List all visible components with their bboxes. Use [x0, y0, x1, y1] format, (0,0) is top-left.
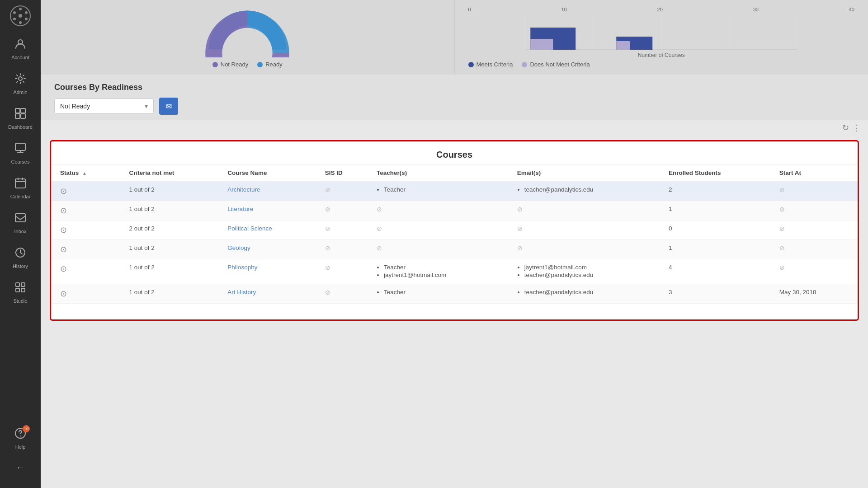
sidebar-item-admin[interactable]: Admin: [0, 66, 41, 101]
cell-teachers: ⊘: [370, 201, 511, 221]
col-criteria: Criteria not met: [123, 165, 221, 181]
ready-dot: [257, 62, 263, 67]
send-email-button[interactable]: ✉: [159, 98, 178, 115]
sidebar-collapse-button[interactable]: ←: [0, 456, 41, 479]
svg-point-6: [13, 18, 16, 20]
svg-rect-10: [15, 108, 20, 113]
svg-point-23: [20, 436, 21, 436]
course-link[interactable]: Literature: [227, 206, 253, 212]
svg-point-3: [25, 11, 28, 14]
studio-icon: [14, 282, 26, 296]
col-start-at: Start At: [773, 165, 858, 181]
sidebar-item-account[interactable]: Account: [0, 32, 41, 66]
cell-emails: jaytrent1@hotmail.comteacher@pandalytics…: [511, 259, 662, 284]
cell-course-name[interactable]: Literature: [221, 201, 318, 221]
null-value: ⊘: [779, 206, 785, 213]
teacher-name: Teacher: [384, 186, 505, 193]
svg-point-1: [19, 14, 22, 18]
cell-course-name[interactable]: Art History: [221, 284, 318, 304]
course-link[interactable]: Political Science: [227, 225, 272, 232]
cell-course-name[interactable]: Political Science: [221, 221, 318, 240]
null-value: ⊘: [779, 225, 785, 232]
table-row: ⊙1 out of 2Philosophy⊘Teacherjaytrent1@h…: [51, 259, 858, 284]
cell-teachers: Teacherjaytrent1@hotmail.com: [370, 259, 511, 284]
null-value: ⊘: [779, 264, 785, 271]
status-warning-icon: ⊙: [60, 225, 67, 235]
sidebar-item-inbox-label: Inbox: [14, 229, 27, 234]
cell-sis-id: ⊘: [319, 240, 370, 259]
sidebar-item-courses[interactable]: Courses: [0, 136, 41, 171]
table-row: ⊙2 out of 2Political Science⊘⊘⊘0⊘: [51, 221, 858, 240]
cell-sis-id: ⊘: [319, 259, 370, 284]
cell-course-name[interactable]: Architecture: [221, 181, 318, 201]
email-address: jaytrent1@hotmail.com: [524, 264, 656, 271]
sidebar-item-history[interactable]: History: [0, 240, 41, 275]
ready-label: Ready: [265, 61, 283, 68]
svg-point-7: [13, 11, 16, 14]
svg-rect-21: [21, 288, 25, 292]
cell-start-at: ⊘: [773, 201, 858, 221]
cell-status: ⊙: [51, 240, 123, 259]
cell-emails: ⊘: [511, 201, 662, 221]
meets-criteria-dot: [468, 62, 474, 67]
help-badge: 10: [23, 425, 30, 432]
null-value: ⊘: [517, 206, 523, 213]
readiness-title: Courses By Readiness: [54, 83, 854, 92]
course-link[interactable]: Architecture: [227, 186, 260, 193]
svg-rect-12: [15, 114, 20, 118]
course-link[interactable]: Art History: [227, 289, 256, 296]
sidebar-item-studio-label: Studio: [13, 298, 27, 304]
cell-status: ⊙: [51, 284, 123, 304]
sidebar-item-inbox[interactable]: Inbox: [0, 206, 41, 240]
admin-icon: [14, 73, 26, 87]
status-warning-icon: ⊙: [60, 289, 67, 298]
sidebar-item-help[interactable]: 10 Help: [0, 421, 41, 456]
table-row: ⊙1 out of 2Geology⊘⊘⊘1⊘: [51, 240, 858, 259]
cell-criteria: 1 out of 2: [123, 259, 221, 284]
cell-course-name[interactable]: Geology: [221, 240, 318, 259]
sidebar-item-courses-label: Courses: [11, 159, 30, 164]
table-row: ⊙1 out of 2Architecture⊘Teacherteacher@p…: [51, 181, 858, 201]
courses-table: Status ▲ Criteria not met Course Name SI…: [51, 165, 858, 304]
svg-point-5: [19, 21, 22, 24]
inbox-icon: [14, 212, 26, 226]
null-value: ⊘: [325, 186, 330, 193]
null-value: ⊘: [517, 225, 523, 232]
cell-course-name[interactable]: Philosophy: [221, 259, 318, 284]
history-icon: [14, 247, 26, 261]
sidebar-item-dashboard[interactable]: Dashboard: [0, 101, 41, 136]
null-value: ⊘: [325, 206, 330, 213]
refresh-button[interactable]: ↻: [842, 123, 849, 133]
sidebar-item-help-label: Help: [15, 444, 26, 450]
charts-section: Not Ready Ready 0 10 20 30 40: [41, 0, 868, 75]
email-address: teacher@pandalytics.edu: [524, 289, 656, 296]
svg-point-4: [25, 18, 28, 20]
cell-status: ⊙: [51, 201, 123, 221]
null-value: ⊘: [779, 186, 785, 193]
cell-status: ⊙: [51, 181, 123, 201]
sidebar-item-studio[interactable]: Studio: [0, 275, 41, 310]
svg-rect-16: [15, 214, 25, 222]
more-options-button[interactable]: ⋮: [853, 123, 861, 133]
bar-chart-panel: 0 10 20 30 40 Number of Co: [455, 0, 868, 75]
cell-enrolled: 2: [662, 181, 773, 201]
cell-enrolled: 1: [662, 201, 773, 221]
not-ready-label: Not Ready: [221, 61, 248, 68]
sidebar-item-calendar[interactable]: Calendar: [0, 171, 41, 206]
meets-criteria-label: Meets Criteria: [476, 61, 513, 68]
sidebar-item-calendar-label: Calendar: [10, 194, 31, 199]
left-chart-legend: Not Ready Ready: [212, 61, 283, 68]
course-link[interactable]: Philosophy: [227, 264, 257, 271]
course-link[interactable]: Geology: [227, 244, 250, 251]
col-teachers: Teacher(s): [370, 165, 511, 181]
bar-axis-title: Number of Courses: [468, 52, 855, 58]
app-logo[interactable]: [9, 5, 32, 27]
cell-emails: ⊘: [511, 221, 662, 240]
courses-table-title: Courses: [51, 141, 858, 165]
cell-criteria: 2 out of 2: [123, 221, 221, 240]
bar-axis: 0 10 20 30 40: [468, 7, 855, 12]
sidebar-item-account-label: Account: [11, 55, 29, 60]
readiness-dropdown[interactable]: Not Ready ▾: [54, 99, 154, 114]
ready-legend: Ready: [257, 61, 283, 68]
cell-teachers: Teacher: [370, 181, 511, 201]
